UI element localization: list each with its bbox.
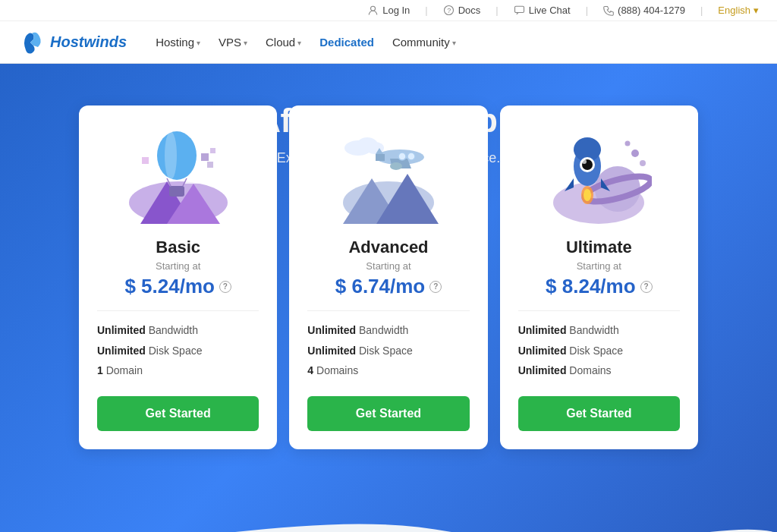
svg-rect-3 [514,6,524,12]
hero-section: Fast & Affordable Web Hosting Exceptiona… [0,64,777,532]
svg-point-42 [584,189,591,201]
svg-point-35 [640,160,646,166]
card-divider-basic [97,310,259,311]
svg-point-31 [595,166,640,212]
svg-point-40 [582,159,587,164]
plan-card-basic: Basic Starting at $ 5.24/mo ? Unlimited … [79,105,277,449]
feature-disk-ultimate: Unlimited Disk Space [518,341,680,361]
logo-text: Hostwinds [50,33,127,51]
price-info-icon-advanced[interactable]: ? [429,281,442,293]
chevron-down-icon: ▾ [244,39,247,47]
chevron-down-icon: ▾ [452,39,456,47]
svg-point-10 [165,131,177,180]
feature-domains-basic: 1 Domain [97,360,259,381]
top-bar: Log In | ? Docs | Live Chat | (888) 404-… [0,0,777,21]
svg-rect-17 [142,157,149,164]
price-advanced: $ 6.74/mo ? [335,275,442,298]
svg-text:?: ? [447,7,451,14]
feature-disk-basic: Unlimited Disk Space [97,341,259,361]
logo[interactable]: Hostwinds [18,29,127,56]
chevron-down-icon: ▾ [753,5,759,16]
feature-bandwidth-ultimate: Unlimited Bandwidth [518,320,680,341]
price-info-icon-basic[interactable]: ? [219,281,231,293]
pricing-cards: Basic Starting at $ 5.24/mo ? Unlimited … [18,105,759,472]
feature-domains-advanced: 4 Domains [307,360,469,381]
docs-link[interactable]: ? Docs [443,5,481,16]
price-basic: $ 5.24/mo ? [124,275,231,298]
nav-items: Hosting ▾ VPS ▾ Cloud ▾ Dedicated Commun… [148,30,464,55]
livechat-link[interactable]: Live Chat [514,5,571,16]
plan-image-advanced [335,127,442,225]
price-ultimate: $ 8.24/mo ? [546,275,653,298]
plan-name-basic: Basic [156,238,200,257]
svg-point-0 [371,6,376,11]
logo-icon [18,29,46,56]
get-started-basic[interactable]: Get Started [97,396,259,431]
main-nav: Hostwinds Hosting ▾ VPS ▾ Cloud ▾ Dedica… [0,21,777,64]
svg-rect-15 [210,148,215,153]
svg-marker-21 [361,165,382,178]
card-divider-advanced [307,310,469,311]
plan-image-basic [125,127,231,225]
nav-dedicated[interactable]: Dedicated [312,30,382,55]
hero-wave [0,502,777,532]
features-advanced: Unlimited Bandwidth Unlimited Disk Space… [307,320,469,381]
svg-rect-14 [201,153,209,161]
chat-icon [514,5,525,16]
balloon-illustration [125,127,231,225]
starting-at-basic: Starting at [156,260,200,272]
feature-domains-ultimate: Unlimited Domains [518,360,680,381]
docs-icon: ? [443,5,455,16]
plan-name-advanced: Advanced [348,238,428,257]
plan-image-ultimate [546,127,652,225]
get-started-advanced[interactable]: Get Started [307,396,469,431]
price-info-icon-ultimate[interactable]: ? [640,281,653,293]
chevron-down-icon: ▾ [297,39,301,47]
svg-rect-16 [207,162,213,168]
starting-at-ultimate: Starting at [577,260,621,272]
plan-name-ultimate: Ultimate [566,238,632,257]
nav-community[interactable]: Community ▾ [385,30,464,55]
starting-at-advanced: Starting at [366,260,411,272]
phone-icon [603,5,614,16]
phone-link[interactable]: (888) 404-1279 [603,5,685,16]
nav-hosting[interactable]: Hosting ▾ [148,30,208,55]
plane-illustration [335,127,442,225]
svg-point-33 [631,150,639,157]
login-link[interactable]: Log In [367,5,410,16]
feature-bandwidth-basic: Unlimited Bandwidth [97,320,259,341]
nav-cloud[interactable]: Cloud ▾ [258,30,309,55]
svg-point-28 [407,153,415,160]
plan-card-advanced: Advanced Starting at $ 6.74/mo ? Unlimit… [289,105,487,449]
language-selector[interactable]: English ▾ [718,5,759,16]
svg-point-34 [625,141,631,146]
plan-card-ultimate: Ultimate Starting at $ 8.24/mo ? Unlimit… [500,105,698,449]
svg-point-27 [398,153,406,160]
chevron-down-icon: ▾ [197,39,200,47]
svg-rect-13 [169,186,184,197]
feature-bandwidth-advanced: Unlimited Bandwidth [307,320,469,341]
svg-point-29 [390,162,402,170]
card-divider-ultimate [518,310,680,311]
rocket-illustration [546,127,652,225]
features-ultimate: Unlimited Bandwidth Unlimited Disk Space… [518,320,680,381]
user-icon [367,5,379,16]
feature-disk-advanced: Unlimited Disk Space [307,341,469,361]
features-basic: Unlimited Bandwidth Unlimited Disk Space… [97,320,259,381]
nav-vps[interactable]: VPS ▾ [211,30,255,55]
get-started-ultimate[interactable]: Get Started [518,396,680,431]
